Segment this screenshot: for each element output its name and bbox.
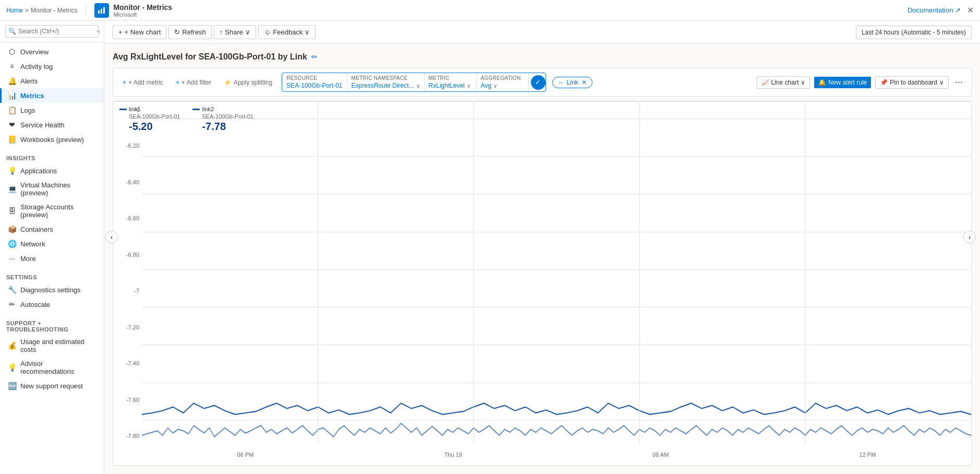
toolbar-left: + + New chart ↻ Refresh ↑ Share ∨ ☺ Feed… xyxy=(113,25,316,39)
sidebar-item-activity-log[interactable]: ≡ Activity log xyxy=(0,59,104,74)
more-icon: ··· xyxy=(8,254,16,263)
sidebar-item-label-storage-accounts: Storage Accounts (preview) xyxy=(20,203,98,219)
top-bar-left: Home > Monitor - Metrics Monitor - Metri… xyxy=(6,3,172,18)
close-button[interactable]: ✕ xyxy=(967,5,974,15)
app-title: Monitor - Metrics xyxy=(113,3,172,11)
sidebar-item-label-logs: Logs xyxy=(20,106,35,114)
search-icon: 🔍 xyxy=(8,28,16,35)
confirm-metric-button[interactable]: ✓ xyxy=(531,75,546,90)
y-label-7: -7.40 xyxy=(113,360,139,366)
pin-icon: 📌 xyxy=(880,79,888,86)
aggregation-dropdown[interactable]: Avg ∨ xyxy=(481,82,524,89)
app-title-block: Monitor - Metrics Microsoft xyxy=(113,3,172,18)
sidebar-item-label-containers: Containers xyxy=(20,226,53,233)
y-label-8: -7.60 xyxy=(113,397,139,403)
link-filter-pill[interactable]: ↔ Link ✕ xyxy=(552,77,592,88)
x-label-3: 12 PM xyxy=(860,452,876,458)
sidebar-item-virtual-machines[interactable]: 💻 Virtual Machines (preview) xyxy=(0,178,104,200)
sidebar-item-label-network: Network xyxy=(20,240,45,248)
share-button[interactable]: ↑ Share ∨ xyxy=(214,25,256,39)
aggregation-selector[interactable]: AGGREGATION Avg ∨ xyxy=(477,73,529,91)
sidebar-item-autoscale[interactable]: ✏ Autoscale xyxy=(0,297,104,312)
y-label-1: -6.20 xyxy=(113,143,139,149)
feedback-icon: ☺ xyxy=(264,28,271,36)
documentation-link[interactable]: Documentation ↗ xyxy=(908,6,961,14)
support-request-icon: 🆕 xyxy=(8,382,16,390)
nav-arrow-left[interactable]: ‹ xyxy=(105,231,118,243)
sidebar-item-usage-costs[interactable]: 💰 Usage and estimated costs xyxy=(0,335,104,357)
svg-rect-2 xyxy=(103,7,105,14)
add-filter-button[interactable]: + + Add filter xyxy=(173,78,214,87)
app-subtitle: Microsoft xyxy=(113,11,172,18)
nav-arrow-right[interactable]: › xyxy=(963,231,976,243)
resource-selector[interactable]: RESOURCE SEA-100Gb-Port-01 xyxy=(282,73,347,91)
network-icon: 🌐 xyxy=(8,240,16,248)
aggregation-value: Avg xyxy=(481,82,491,89)
metric-namespace-dropdown[interactable]: ExpressRoute Direct... ∨ xyxy=(352,82,420,89)
metric-label: METRIC xyxy=(429,75,472,81)
main-layout: 🔍 « ⬡ Overview ≡ Activity log 🔔 Alerts 📊… xyxy=(0,21,980,474)
chart-more-button[interactable]: ··· xyxy=(953,75,965,90)
new-alert-rule-button[interactable]: 🔔 New alert rule xyxy=(814,77,871,88)
sidebar-item-workbooks[interactable]: 📒 Workbooks (preview) xyxy=(0,132,104,147)
refresh-button[interactable]: ↻ Refresh xyxy=(168,25,212,39)
sidebar-item-logs[interactable]: 📋 Logs xyxy=(0,103,104,117)
add-metric-button[interactable]: + + Add metric xyxy=(119,78,166,87)
breadcrumb-home[interactable]: Home xyxy=(6,7,23,14)
search-input[interactable] xyxy=(5,25,99,38)
breadcrumb-current: Monitor - Metrics xyxy=(31,7,77,14)
sidebar-item-network[interactable]: 🌐 Network xyxy=(0,236,104,251)
sidebar-item-label-support-request: New support request xyxy=(20,382,83,390)
sidebar-item-label-alerts: Alerts xyxy=(20,77,38,85)
chart-type-arrow: ∨ xyxy=(801,79,805,86)
sidebar-item-label-advisor: Advisor recommendations xyxy=(20,360,98,375)
usage-costs-icon: 💰 xyxy=(8,341,16,350)
chart-type-button[interactable]: 📈 Line chart ∨ xyxy=(757,76,810,89)
sidebar-item-support-request[interactable]: 🆕 New support request xyxy=(0,378,104,393)
sidebar-item-storage-accounts[interactable]: 🗄 Storage Accounts (preview) xyxy=(0,200,104,222)
sidebar-item-more[interactable]: ··· More xyxy=(0,251,104,266)
y-label-0: -6 xyxy=(113,106,139,113)
filter-pill-close[interactable]: ✕ xyxy=(582,79,587,86)
line-chart: -6 -6.20 -6.40 -6.60 -6.80 -7 -7.20 -7.4… xyxy=(113,101,972,466)
metric-selector-group: RESOURCE SEA-100Gb-Port-01 METRIC NAMESP… xyxy=(282,73,546,92)
service-health-icon: ❤ xyxy=(8,121,16,129)
sidebar-item-containers[interactable]: 📦 Containers xyxy=(0,222,104,236)
metric-dropdown[interactable]: RxLightLevel ∨ xyxy=(429,82,472,89)
sidebar-item-advisor[interactable]: 💡 Advisor recommendations xyxy=(0,357,104,378)
applications-icon: 💡 xyxy=(8,167,16,175)
pin-dashboard-button[interactable]: 📌 Pin to dashboard ∨ xyxy=(875,76,949,89)
sidebar-item-service-health[interactable]: ❤ Service Health xyxy=(0,117,104,132)
sidebar-item-overview[interactable]: ⬡ Overview xyxy=(0,44,104,59)
logs-icon: 📋 xyxy=(8,106,16,114)
y-label-9: -7.80 xyxy=(113,433,139,439)
time-range-button[interactable]: Last 24 hours (Automatic - 5 minutes) xyxy=(856,26,972,39)
collapse-sidebar-button[interactable]: « xyxy=(97,28,101,35)
sidebar-item-label-more: More xyxy=(20,255,36,263)
sidebar-item-metrics[interactable]: 📊 Metrics xyxy=(0,88,104,103)
overview-icon: ⬡ xyxy=(8,48,16,56)
resource-dropdown[interactable]: SEA-100Gb-Port-01 xyxy=(286,82,342,89)
chart-title-edit-icon[interactable]: ✏ xyxy=(311,53,318,61)
sidebar-item-label-workbooks: Workbooks (preview) xyxy=(20,136,84,144)
share-icon: ↑ xyxy=(220,28,223,36)
main-content: + + New chart ↻ Refresh ↑ Share ∨ ☺ Feed… xyxy=(104,21,980,474)
metric-selector-bar: + + Add metric + + Add filter ⚡ Apply sp… xyxy=(113,68,972,97)
sidebar-item-alerts[interactable]: 🔔 Alerts xyxy=(0,74,104,88)
sidebar-support-section: Support + Troubleshooting 💰 Usage and es… xyxy=(0,314,104,395)
new-alert-label: New alert rule xyxy=(828,79,867,86)
settings-section-header: Settings xyxy=(0,270,104,282)
new-chart-button[interactable]: + + New chart xyxy=(113,25,166,39)
sidebar-item-applications[interactable]: 💡 Applications xyxy=(0,163,104,178)
chart-title-row: Avg RxLightLevel for SEA-100Gb-Port-01 b… xyxy=(113,52,972,62)
metric-selector[interactable]: METRIC RxLightLevel ∨ xyxy=(425,73,477,91)
grid-line-8 xyxy=(142,420,971,421)
chart-x-axis: 06 PM Thu 19 06 AM 12 PM xyxy=(142,444,971,465)
metric-namespace-selector[interactable]: METRIC NAMESPACE ExpressRoute Direct... … xyxy=(347,73,425,91)
grid-line-6 xyxy=(142,345,971,345)
metric-arrow: ∨ xyxy=(467,83,470,89)
toolbar-right: Last 24 hours (Automatic - 5 minutes) xyxy=(856,26,972,39)
sidebar-item-diagnostics[interactable]: 🔧 Diagnostics settings xyxy=(0,282,104,297)
apply-splitting-button[interactable]: ⚡ Apply splitting xyxy=(221,78,275,87)
feedback-button[interactable]: ☺ Feedback ∨ xyxy=(258,25,316,39)
